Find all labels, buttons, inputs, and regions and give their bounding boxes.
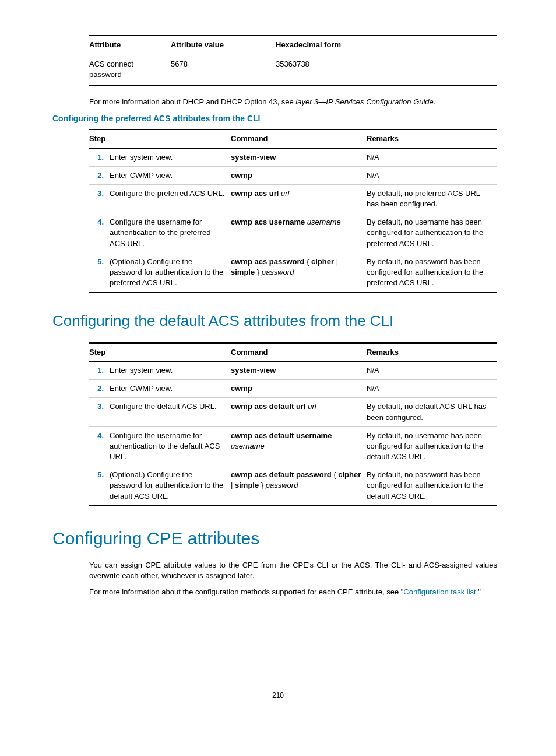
step-remarks: N/A	[367, 166, 497, 184]
th-command: Command	[231, 130, 367, 148]
step-number: 2.	[89, 166, 110, 184]
table-row: 5.(Optional.) Configure the password for…	[89, 466, 497, 506]
th-command: Command	[231, 343, 367, 362]
table-row: 1.Enter system view.system-viewN/A	[89, 361, 497, 379]
step-description: Enter CWMP view.	[110, 380, 231, 398]
step-command: system-view	[231, 361, 367, 379]
step-description: Configure the default ACS URL.	[110, 398, 231, 426]
step-number: 1.	[89, 148, 110, 166]
table-row: 4.Configure the username for authenticat…	[89, 426, 497, 466]
step-number: 4.	[89, 214, 110, 253]
step-command: cwmp	[231, 380, 367, 398]
step-remarks: By default, no password has been configu…	[367, 253, 497, 292]
step-number: 1.	[89, 361, 110, 379]
step-number: 3.	[89, 184, 110, 213]
table-row: 3.Configure the default ACS URL.cwmp acs…	[89, 398, 497, 426]
step-remarks: By default, no password has been configu…	[367, 466, 497, 506]
default-steps-table: Step Command Remarks 1.Enter system view…	[89, 342, 497, 506]
page-number: 210	[52, 691, 504, 701]
link-config-task-list[interactable]: Configuration task list	[403, 587, 476, 596]
table-row: 2.Enter CWMP view.cwmpN/A	[89, 380, 497, 398]
step-remarks: N/A	[367, 148, 497, 166]
table-row: 5.(Optional.) Configure the password for…	[89, 253, 497, 292]
step-command: cwmp acs username username	[231, 214, 367, 253]
dhcp-note: For more information about DHCP and DHCP…	[89, 97, 504, 107]
step-number: 5.	[89, 466, 110, 506]
step-command: system-view	[231, 148, 367, 166]
cell-hex: 35363738	[276, 54, 497, 86]
attribute-table: Attribute Attribute value Hexadecimal fo…	[89, 35, 497, 86]
th-step: Step	[89, 343, 231, 362]
table-row: 3.Configure the preferred ACS URL.cwmp a…	[89, 184, 497, 213]
step-command: cwmp acs default password { cipher | sim…	[231, 466, 367, 506]
step-description: Enter system view.	[110, 361, 231, 379]
step-description: Enter CWMP view.	[110, 166, 231, 184]
step-number: 2.	[89, 380, 110, 398]
cpe-paragraph-2: For more information about the configura…	[89, 587, 497, 597]
step-description: Configure the username for authenticatio…	[110, 214, 231, 253]
heading-cpe-attributes: Configuring CPE attributes	[52, 526, 504, 551]
cpe-paragraph-1: You can assign CPE attribute values to t…	[89, 560, 497, 581]
step-command: cwmp acs default username username	[231, 426, 367, 466]
step-description: Configure the username for authenticatio…	[110, 426, 231, 466]
step-command: cwmp acs url url	[231, 184, 367, 213]
th-hex-form: Hexadecimal form	[276, 36, 497, 54]
step-command: cwmp acs password { cipher | simple } pa…	[231, 253, 367, 292]
table-row: ACS connect password 5678 35363738	[89, 54, 497, 86]
th-attribute-value: Attribute value	[171, 36, 276, 54]
cell-val: 5678	[171, 54, 276, 86]
heading-default-acs: Configuring the default ACS attributes f…	[52, 310, 504, 331]
step-number: 5.	[89, 253, 110, 292]
step-remarks: N/A	[367, 380, 497, 398]
table-row: 4.Configure the username for authenticat…	[89, 214, 497, 253]
cell-attr: ACS connect password	[89, 54, 171, 86]
step-description: Configure the preferred ACS URL.	[110, 184, 231, 213]
step-command: cwmp	[231, 166, 367, 184]
th-attribute: Attribute	[89, 36, 171, 54]
th-step: Step	[89, 130, 231, 148]
step-number: 4.	[89, 426, 110, 466]
step-number: 3.	[89, 398, 110, 426]
step-description: (Optional.) Configure the password for a…	[110, 253, 231, 292]
th-remarks: Remarks	[367, 343, 497, 362]
step-description: Enter system view.	[110, 148, 231, 166]
th-remarks: Remarks	[367, 130, 497, 148]
step-remarks: By default, no default ACS URL has been …	[367, 398, 497, 426]
step-remarks: By default, no username has been configu…	[367, 426, 497, 466]
step-description: (Optional.) Configure the password for a…	[110, 466, 231, 506]
table-row: 2.Enter CWMP view.cwmpN/A	[89, 166, 497, 184]
step-remarks: By default, no username has been configu…	[367, 214, 497, 253]
step-command: cwmp acs default url url	[231, 398, 367, 426]
heading-preferred-acs: Configuring the preferred ACS attributes…	[52, 113, 504, 125]
step-remarks: N/A	[367, 361, 497, 379]
table-row: 1.Enter system view.system-viewN/A	[89, 148, 497, 166]
step-remarks: By default, no preferred ACS URL has bee…	[367, 184, 497, 213]
preferred-steps-table: Step Command Remarks 1.Enter system view…	[89, 129, 497, 293]
